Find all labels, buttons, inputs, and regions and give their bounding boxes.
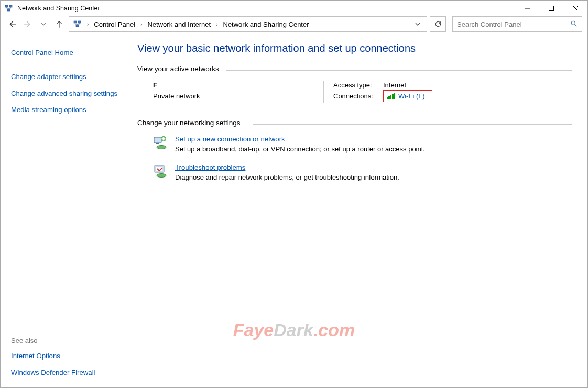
search-icon[interactable] bbox=[570, 20, 578, 29]
window-title: Network and Sharing Center bbox=[17, 5, 515, 12]
address-dropdown-icon[interactable] bbox=[411, 17, 424, 31]
title-bar: Network and Sharing Center bbox=[1, 1, 587, 16]
connection-link[interactable]: Wi-Fi (F) bbox=[398, 92, 425, 100]
address-bar-row: › Control Panel › Network and Internet ›… bbox=[1, 16, 587, 35]
breadcrumb-network-internet[interactable]: Network and Internet bbox=[145, 20, 213, 28]
see-also-title: See also bbox=[11, 334, 129, 348]
search-input[interactable] bbox=[457, 20, 570, 28]
svg-rect-1 bbox=[9, 5, 12, 7]
svg-rect-21 bbox=[156, 143, 159, 144]
breadcrumb-network-sharing[interactable]: Network and Sharing Center bbox=[221, 20, 311, 28]
troubleshoot-desc: Diagnose and repair network problems, or… bbox=[175, 173, 399, 181]
sidebar-link-adapter[interactable]: Change adapter settings bbox=[11, 69, 129, 85]
svg-point-18 bbox=[571, 21, 575, 25]
section-change-settings: Change your networking settings bbox=[137, 119, 572, 129]
wifi-signal-icon bbox=[387, 93, 395, 99]
chevron-right-icon[interactable]: › bbox=[138, 21, 144, 27]
svg-rect-8 bbox=[549, 6, 554, 11]
troubleshoot-link[interactable]: Troubleshoot problems bbox=[175, 163, 245, 171]
svg-rect-13 bbox=[76, 25, 79, 27]
svg-rect-0 bbox=[5, 5, 8, 7]
troubleshoot-icon bbox=[153, 163, 168, 178]
refresh-button[interactable] bbox=[430, 16, 446, 32]
app-icon bbox=[5, 4, 13, 13]
back-button[interactable] bbox=[6, 18, 18, 30]
page-heading: View your basic network information and … bbox=[137, 42, 572, 54]
sidebar-link-advanced-sharing[interactable]: Change advanced sharing settings bbox=[11, 85, 129, 102]
svg-point-28 bbox=[157, 174, 166, 178]
up-button[interactable] bbox=[53, 18, 66, 30]
forward-button[interactable] bbox=[21, 18, 34, 30]
svg-rect-20 bbox=[154, 137, 161, 143]
section-active-networks: View your active networks bbox=[137, 65, 572, 75]
address-bar[interactable]: › Control Panel › Network and Internet ›… bbox=[69, 16, 427, 32]
see-also-internet-options[interactable]: Internet Options bbox=[11, 348, 129, 364]
setup-connection-icon bbox=[153, 135, 168, 150]
highlight-box: Wi-Fi (F) bbox=[383, 90, 432, 102]
connections-label: Connections: bbox=[333, 92, 383, 100]
setup-connection-link[interactable]: Set up a new connection or network bbox=[175, 135, 285, 143]
svg-line-19 bbox=[575, 24, 577, 26]
maximize-button[interactable] bbox=[539, 1, 563, 16]
network-name: F bbox=[153, 81, 323, 89]
active-network-block: F Private network Access type: Internet … bbox=[137, 81, 572, 103]
svg-rect-2 bbox=[7, 9, 10, 11]
breadcrumb-control-panel[interactable]: Control Panel bbox=[92, 20, 137, 28]
sidebar: Control Panel Home Change adapter settin… bbox=[1, 35, 134, 388]
svg-rect-12 bbox=[78, 21, 81, 23]
setup-connection-desc: Set up a broadband, dial-up, or VPN conn… bbox=[175, 145, 425, 153]
chevron-right-icon[interactable]: › bbox=[85, 21, 91, 27]
see-also-firewall[interactable]: Windows Defender Firewall bbox=[11, 364, 129, 381]
close-button[interactable] bbox=[563, 1, 587, 16]
svg-rect-11 bbox=[74, 21, 77, 23]
content-area: View your basic network information and … bbox=[134, 35, 587, 388]
network-type: Private network bbox=[153, 92, 323, 100]
address-icon bbox=[73, 20, 82, 28]
chevron-right-icon[interactable]: › bbox=[214, 21, 220, 27]
search-box[interactable] bbox=[452, 16, 582, 32]
svg-point-25 bbox=[157, 146, 166, 149]
access-type-label: Access type: bbox=[333, 81, 383, 89]
minimize-button[interactable] bbox=[515, 1, 539, 16]
troubleshoot-item: Troubleshoot problems Diagnose and repai… bbox=[153, 163, 572, 181]
setup-connection-item: Set up a new connection or network Set u… bbox=[153, 135, 572, 153]
svg-rect-24 bbox=[162, 138, 166, 140]
recent-dropdown-icon[interactable] bbox=[37, 18, 50, 30]
sidebar-home-link[interactable]: Control Panel Home bbox=[11, 45, 129, 61]
access-type-value: Internet bbox=[383, 81, 406, 89]
sidebar-link-media-streaming[interactable]: Media streaming options bbox=[11, 102, 129, 118]
